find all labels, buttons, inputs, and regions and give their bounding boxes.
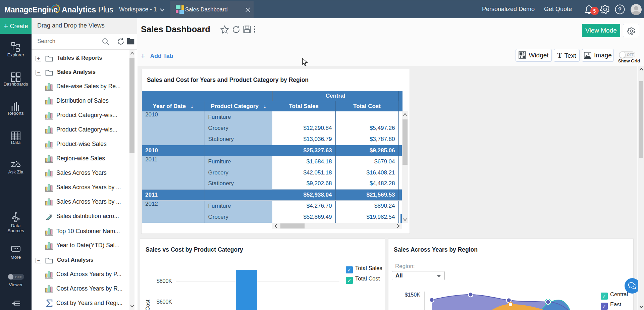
svg-text:?: ?: [618, 6, 622, 13]
